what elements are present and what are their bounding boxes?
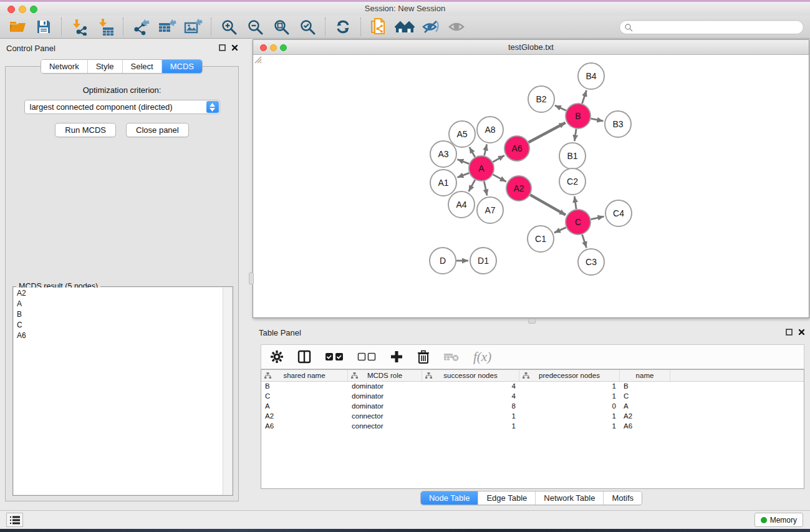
graph-edge-A-A6[interactable]	[493, 155, 504, 162]
column-header-name[interactable]: name	[620, 370, 670, 381]
graph-edge-C-C4[interactable]	[591, 216, 604, 220]
table-row[interactable]: Bdominator41B	[261, 382, 804, 392]
graph-edge-C-C1[interactable]	[554, 228, 566, 233]
criterion-dropdown[interactable]: largest connected component (directed)	[24, 100, 220, 114]
graph-edge-A6-B[interactable]	[529, 123, 566, 142]
table-row[interactable]: A2connector11A2	[261, 412, 804, 422]
task-history-button[interactable]	[6, 513, 23, 527]
graph-node-B[interactable]: B	[566, 104, 591, 128]
graph-edge-B-B3[interactable]	[591, 118, 604, 121]
tab-network[interactable]: Network	[41, 60, 87, 73]
tab-style[interactable]: Style	[87, 60, 122, 73]
graph-node-C3[interactable]: C3	[578, 249, 604, 275]
close-panel-button[interactable]: Close panel	[126, 123, 189, 137]
zoom-fit-icon[interactable]	[271, 17, 291, 36]
graph-node-B4[interactable]: B4	[578, 63, 604, 89]
graph-edge-B-B1[interactable]	[574, 129, 576, 141]
table-row[interactable]: A6connector11A6	[261, 422, 804, 432]
select-all-icon[interactable]	[325, 352, 344, 361]
column-header-MCDS-role[interactable]: MCDS role	[348, 370, 422, 381]
table-settings-gear-icon[interactable]	[270, 350, 284, 364]
graph-edge-A-A3[interactable]	[457, 159, 469, 163]
delete-column-icon[interactable]	[417, 350, 430, 364]
graph-edge-A-A7[interactable]	[484, 181, 487, 196]
result-list-item[interactable]: A2	[14, 288, 232, 298]
close-panel-icon[interactable]	[798, 329, 805, 336]
open-session-icon[interactable]	[7, 17, 27, 36]
graph-node-D1[interactable]: D1	[470, 248, 496, 274]
graph-node-A4[interactable]: A4	[448, 191, 475, 218]
result-list-item[interactable]: A	[14, 298, 232, 309]
float-panel-icon[interactable]	[786, 329, 793, 336]
graph-node-B1[interactable]: B1	[559, 143, 586, 169]
graph-edge-A-A8[interactable]	[485, 144, 487, 155]
hide-selected-icon[interactable]	[421, 17, 441, 36]
graph-edge-A-A5[interactable]	[470, 147, 475, 157]
import-table-icon[interactable]	[95, 17, 115, 36]
tab-motifs[interactable]: Motifs	[603, 491, 642, 505]
save-session-icon[interactable]	[34, 17, 54, 36]
tab-node-table[interactable]: Node Table	[421, 491, 478, 505]
tab-edge-table[interactable]: Edge Table	[478, 491, 535, 505]
graph-node-C[interactable]: C	[566, 210, 591, 235]
graph-node-B3[interactable]: B3	[605, 111, 631, 137]
tab-select[interactable]: Select	[122, 60, 162, 73]
graph-node-A3[interactable]: A3	[430, 141, 456, 167]
run-mcds-button[interactable]: Run MCDS	[55, 123, 116, 137]
table-row[interactable]: Cdominator41C	[261, 392, 804, 402]
refresh-icon[interactable]	[333, 17, 353, 36]
search-input[interactable]	[633, 22, 803, 33]
show-networks-icon[interactable]	[395, 17, 415, 36]
deselect-all-icon[interactable]	[357, 352, 376, 361]
export-network-icon[interactable]	[131, 17, 151, 36]
search-box[interactable]	[619, 20, 804, 34]
memory-button[interactable]: Memory	[755, 513, 803, 527]
table-row[interactable]: Adominator80A	[261, 402, 804, 412]
graph-edge-A-A4[interactable]	[469, 180, 475, 191]
show-columns-icon[interactable]	[297, 350, 311, 364]
result-list-item[interactable]: C	[14, 319, 232, 330]
copy-network-icon[interactable]	[369, 17, 388, 36]
graph-node-A7[interactable]: A7	[477, 197, 503, 223]
column-header-successor-nodes[interactable]: successor nodes	[422, 370, 519, 381]
table-header-row[interactable]: shared nameMCDS rolesuccessor nodesprede…	[261, 370, 804, 382]
export-table-icon[interactable]	[157, 17, 177, 36]
mcds-result-list[interactable]: A2ABCA6	[14, 288, 232, 495]
network-window-titlebar[interactable]: testGlobe.txt	[253, 40, 809, 55]
zoom-out-icon[interactable]	[245, 17, 265, 36]
vertical-splitter-handle[interactable]	[249, 273, 254, 284]
float-panel-icon[interactable]	[219, 44, 226, 51]
import-network-icon[interactable]	[69, 17, 89, 36]
graph-node-A6[interactable]: A6	[504, 136, 529, 161]
graph-node-C4[interactable]: C4	[605, 200, 632, 226]
add-column-icon[interactable]	[390, 350, 403, 364]
graph-node-A2[interactable]: A2	[506, 176, 531, 201]
result-list-item[interactable]: A6	[14, 330, 232, 341]
graph-node-A5[interactable]: A5	[449, 121, 475, 147]
tab-mcds[interactable]: MCDS	[162, 60, 202, 73]
graph-edge-A2-C[interactable]	[530, 195, 566, 215]
close-panel-icon[interactable]	[231, 44, 238, 51]
zoom-in-icon[interactable]	[219, 17, 239, 36]
column-header-shared-name[interactable]: shared name	[261, 370, 348, 381]
graph-edge-C-C2[interactable]	[574, 196, 576, 209]
graph-edge-B-B2[interactable]	[555, 105, 566, 110]
graph-node-C1[interactable]: C1	[528, 226, 554, 252]
graph-edge-C-C3[interactable]	[582, 235, 587, 248]
graph-edge-A-A1[interactable]	[457, 173, 469, 177]
graph-node-A[interactable]: A	[469, 156, 494, 181]
result-list-item[interactable]: B	[14, 309, 232, 319]
graph-node-B2[interactable]: B2	[528, 86, 554, 112]
graph-node-D[interactable]: D	[430, 248, 456, 274]
column-header-predecessor-nodes[interactable]: predecessor nodes	[519, 370, 620, 381]
graph-edge-A-A2[interactable]	[493, 175, 506, 181]
export-image-icon[interactable]	[183, 17, 203, 36]
show-selected-icon[interactable]	[447, 17, 467, 36]
graph-node-A8[interactable]: A8	[477, 117, 503, 143]
scrollbar-track[interactable]	[223, 288, 232, 495]
graph-edge-B-B4[interactable]	[582, 90, 587, 104]
tab-network-table[interactable]: Network Table	[535, 491, 603, 505]
graph-node-A1[interactable]: A1	[430, 170, 456, 196]
network-canvas[interactable]: AA1A2A3A4A5A6A7A8BB1B2B3B4CC1C2C3C4DD1	[253, 55, 809, 317]
graph-node-C2[interactable]: C2	[559, 168, 586, 195]
